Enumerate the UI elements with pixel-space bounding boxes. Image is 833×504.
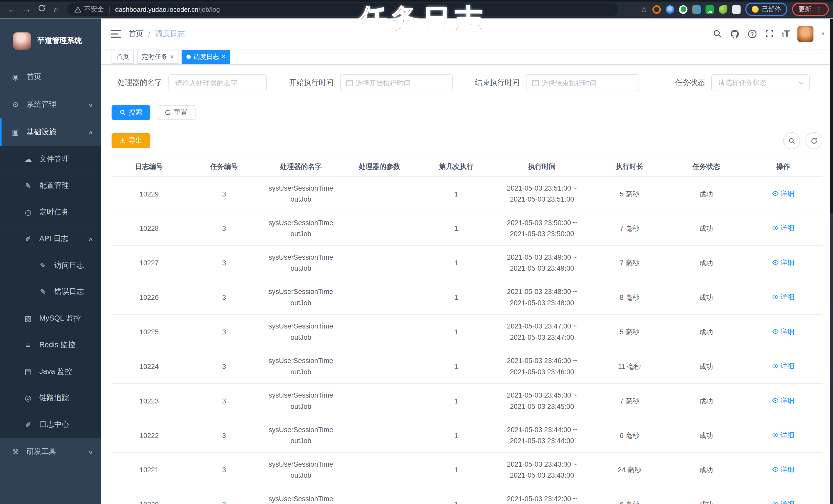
search-button[interactable]: 搜索	[112, 105, 150, 120]
gear-icon: ⚙	[10, 100, 20, 109]
sidebar-item-config-mgmt[interactable]: ✎配置管理	[0, 172, 101, 199]
table-cell: 1	[419, 314, 494, 349]
browser-forward-icon[interactable]: →	[19, 5, 34, 14]
table-cell: sysUserSessionTimeoutJob	[262, 453, 340, 487]
browser-back-icon[interactable]: ←	[4, 5, 19, 14]
detail-link-label: 详细	[781, 187, 794, 199]
table-cell: 成功	[669, 314, 744, 349]
sidebar-item-redis-monitor[interactable]: ≡Redis 监控	[0, 332, 101, 358]
table-cell: 2021-05-03 23:46:00 ~ 2021-05-03 23:46:0…	[494, 349, 590, 383]
refresh-table-button[interactable]	[805, 132, 822, 149]
sidebar-item-api-log[interactable]: ✐API 日志∧	[0, 226, 101, 252]
leaf-extension-icon[interactable]	[719, 5, 727, 14]
fullscreen-icon[interactable]	[765, 29, 774, 38]
sidebar-item-infrastructure[interactable]: ▣基础设施∧	[0, 119, 101, 146]
table-cell	[340, 418, 419, 453]
table-cell: 10221	[112, 453, 187, 487]
table-cell: 10225	[112, 314, 187, 349]
sidebar-item-java-monitor[interactable]: ▤Java 监控	[0, 358, 101, 385]
detail-link[interactable]: 详细	[772, 360, 794, 372]
end-time-input[interactable]	[539, 75, 639, 91]
update-label: 更新	[799, 5, 811, 14]
end-time-picker[interactable]	[526, 74, 639, 91]
user-avatar[interactable]	[798, 26, 813, 42]
tab-schedule-log[interactable]: 调度日志 ×	[182, 50, 230, 64]
detail-link[interactable]: 详细	[772, 326, 794, 337]
search-icon	[120, 109, 126, 116]
cloud-upload-icon: ☁	[23, 155, 33, 163]
detail-link[interactable]: 详细	[772, 498, 794, 504]
tab-timed-task[interactable]: 定时任务 ×	[137, 50, 178, 64]
font-size-icon[interactable]: tT	[782, 28, 790, 39]
browser-scrollbar[interactable]	[830, 19, 833, 504]
breadcrumb-home[interactable]: 首页	[128, 29, 143, 39]
sidebar-item-label: 访问日志	[54, 261, 84, 270]
browser-menu-kebab-icon[interactable]: ⋮	[815, 5, 823, 13]
close-tab-icon[interactable]: ×	[221, 53, 225, 60]
orange-ring-extension-icon[interactable]	[652, 5, 661, 14]
detail-link[interactable]: 详细	[772, 257, 794, 268]
detail-link[interactable]: 详细	[772, 222, 794, 233]
sidebar-item-trace[interactable]: ◎链路追踪	[0, 385, 101, 411]
sidebar-item-file-mgmt[interactable]: ☁文件管理	[0, 146, 101, 173]
table-cell-actions: 详细	[744, 246, 823, 280]
table-cell: 1	[419, 418, 494, 453]
handler-name-input[interactable]	[169, 75, 266, 91]
site-security-warning[interactable]: 不安全	[74, 5, 104, 14]
start-time-input[interactable]	[353, 75, 452, 91]
sidebar-item-home[interactable]: ◉首页	[0, 63, 101, 91]
paused-badge[interactable]: 已暂停	[745, 3, 787, 16]
sidebar-item-mysql-monitor[interactable]: ▧MySQL 监控	[0, 305, 101, 332]
sidebar-toggle-icon[interactable]	[111, 30, 121, 37]
detail-link[interactable]: 详细	[772, 395, 794, 406]
job-status-select[interactable]: 请选择任务状态	[711, 74, 810, 91]
export-button[interactable]: 导出	[112, 133, 150, 148]
sidebar-item-label: MySQL 监控	[40, 314, 81, 323]
tab-home[interactable]: 首页	[112, 50, 134, 64]
detail-link[interactable]: 详细	[772, 463, 794, 475]
detail-link[interactable]: 详细	[772, 291, 794, 302]
address-bar[interactable]: 不安全 dashboard.yudao.iocoder.cn/job/log	[67, 3, 618, 16]
table-cell: 11 毫秒	[590, 349, 669, 383]
sidebar-item-access-log[interactable]: ✎访问日志	[0, 252, 101, 279]
browser-reload-icon[interactable]	[34, 4, 49, 14]
sidebar-item-log-center[interactable]: ✐日志中心	[0, 411, 101, 438]
sidebar-item-error-log[interactable]: ✎错误日志	[0, 279, 101, 305]
browser-home-icon[interactable]: ⌂	[49, 5, 64, 14]
on-badge-extension-icon[interactable]: on	[706, 5, 714, 14]
sidebar-item-label: API 日志	[40, 234, 68, 244]
bookmark-star-icon[interactable]: ☆	[640, 5, 648, 14]
top-navbar: 首页 / 调度日志 ? t	[101, 19, 833, 49]
green-y-extension-icon[interactable]	[679, 5, 687, 14]
detail-link[interactable]: 详细	[772, 429, 794, 440]
toggle-search-button[interactable]	[783, 132, 800, 149]
close-tab-icon[interactable]: ×	[170, 53, 174, 60]
browser-toolbar: ← → ⌂ 不安全 dashboard.yudao.iocoder.cn/job…	[0, 0, 833, 19]
grid-extension-icon[interactable]	[692, 5, 700, 14]
avatar-caret-down-icon[interactable]: ▾	[822, 30, 824, 37]
table-cell: 成功	[669, 418, 744, 453]
header-search-icon[interactable]	[713, 29, 722, 38]
detail-link[interactable]: 详细	[772, 187, 794, 199]
sidebar-logo-row[interactable]: 芋道管理系统	[0, 19, 101, 63]
table-cell: sysUserSessionTimeoutJob	[262, 314, 340, 349]
github-icon[interactable]	[730, 29, 739, 39]
table-cell: 3	[187, 314, 262, 349]
sidebar-item-devtools[interactable]: ⚒研发工具∨	[0, 438, 101, 465]
puzzle-extension-icon[interactable]	[732, 5, 741, 14]
start-time-picker[interactable]	[340, 74, 453, 91]
sidebar-item-timed-task[interactable]: ◷定时任务	[0, 199, 101, 226]
java-monitor-icon: ▤	[23, 368, 33, 376]
blue-drop-extension-icon[interactable]	[666, 5, 674, 14]
table-cell: 2021-05-03 23:45:00 ~ 2021-05-03 23:45:0…	[494, 383, 590, 418]
browser-actions: ☆ on 已暂停 更新 ⋮	[640, 3, 829, 16]
config-icon: ✎	[23, 182, 33, 190]
app-title: 芋道管理系统	[37, 36, 82, 46]
sidebar-item-system-mgmt[interactable]: ⚙系统管理∨	[0, 91, 101, 119]
browser-update-button[interactable]: 更新 ⋮	[792, 3, 829, 16]
reset-button[interactable]: 重置	[157, 105, 195, 120]
eye-icon	[772, 466, 779, 473]
scrollbar-thumb[interactable]	[830, 213, 833, 504]
table-row: 102273sysUserSessionTimeoutJob12021-05-0…	[112, 246, 823, 280]
help-question-icon[interactable]: ?	[747, 29, 757, 39]
